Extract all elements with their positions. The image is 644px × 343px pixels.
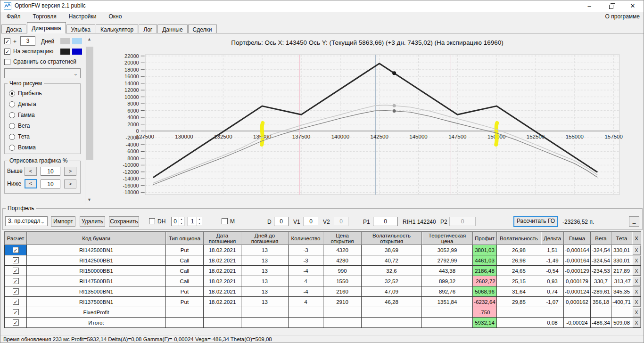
row-checkbox[interactable]: ✓ [13, 247, 19, 253]
column-header-12[interactable]: Гамма [564, 232, 591, 245]
radio-Вега[interactable] [9, 123, 15, 129]
about-menu-item[interactable]: О программе [605, 13, 640, 20]
row-calc-checkbox-cell[interactable]: ✓ [5, 276, 27, 286]
column-header-10[interactable]: Волатильность [497, 232, 541, 245]
days-checkbox[interactable]: ✓ [4, 38, 10, 44]
portfolio-chart[interactable]: 2200020000180001600014000120001000080006… [95, 34, 644, 205]
column-header-2[interactable]: Тип опциона [166, 232, 204, 245]
compare-strategy-checkbox[interactable] [4, 59, 10, 65]
spin2-stepper[interactable]: 1 ▲▼ [188, 217, 202, 226]
days-current-color-swatch[interactable] [60, 38, 70, 44]
column-header-9[interactable]: Профит [473, 232, 497, 245]
radio-Тета[interactable] [9, 134, 15, 140]
radio-Дельта[interactable] [9, 101, 15, 107]
m-checkbox[interactable] [222, 218, 228, 224]
column-header-0[interactable]: Расчет [5, 232, 27, 245]
column-header-8[interactable]: Теоретическая цена [422, 232, 473, 245]
cell-days [241, 307, 289, 318]
stepper-arrows-icon[interactable]: ▲▼ [197, 217, 202, 226]
menu-item-settings[interactable]: Настройки [63, 12, 103, 21]
calc-margin-button[interactable]: Рассчитать ГО [513, 216, 558, 227]
above-decrease-button[interactable]: < [25, 167, 37, 176]
scroll-down-icon[interactable]: ▼ [85, 196, 93, 204]
row-checkbox[interactable]: ✓ [13, 299, 19, 305]
d-input[interactable] [274, 217, 289, 226]
radio-Прибыль[interactable] [9, 90, 15, 97]
column-header-4[interactable]: Дней до погашения [241, 232, 289, 245]
v1-input[interactable] [304, 217, 318, 226]
row-checkbox[interactable]: ✓ [13, 288, 19, 294]
spin1-stepper[interactable]: 0 ▲▼ [171, 217, 184, 226]
cell-theor [422, 307, 473, 318]
row-delete-button[interactable]: X [632, 297, 641, 307]
row-checkbox[interactable]: ✓ [13, 319, 19, 326]
cell-theta: -400,71 [611, 297, 632, 307]
tab-diagram[interactable]: Диаграмма [27, 22, 66, 33]
menu-item-file[interactable]: Файл [0, 12, 27, 21]
expiry-shifted-color-swatch[interactable] [72, 49, 82, 55]
save-button[interactable]: Сохранить [109, 216, 139, 227]
restore-button[interactable] [600, 0, 622, 12]
below-percent-input[interactable] [41, 180, 60, 188]
below-increase-button[interactable]: > [64, 180, 76, 188]
row-delete-button[interactable]: X [632, 276, 641, 286]
p1-input[interactable] [373, 217, 398, 226]
column-header-15[interactable]: X [632, 232, 641, 245]
strategy-dropdown[interactable]: ⌄ [4, 68, 81, 78]
row-checkbox[interactable]: ✓ [13, 309, 19, 315]
row-checkbox[interactable]: ✓ [13, 278, 19, 284]
column-header-13[interactable]: Вега [591, 232, 611, 245]
dh-checkbox[interactable] [149, 218, 155, 224]
menu-item-window[interactable]: Окно [103, 12, 128, 21]
collapse-button[interactable]: _ [629, 216, 639, 227]
row-calc-checkbox-cell[interactable]: ✓ [5, 286, 27, 297]
above-percent-input[interactable] [41, 167, 60, 176]
row-delete-button[interactable]: X [632, 266, 641, 276]
row-checkbox[interactable]: ✓ [13, 257, 19, 263]
row-calc-checkbox-cell[interactable]: ✓ [5, 255, 27, 266]
row-calc-checkbox-cell[interactable]: ✓ [5, 318, 27, 328]
radio-Вомма[interactable] [9, 145, 15, 151]
expiry-current-color-swatch[interactable] [60, 49, 70, 55]
column-header-5[interactable]: Количество [289, 232, 323, 245]
row-delete-button[interactable]: X [632, 307, 641, 318]
row-calc-checkbox-cell[interactable]: ✓ [5, 297, 27, 307]
row-calc-checkbox-cell[interactable]: ✓ [5, 307, 27, 318]
delete-button[interactable]: Удалить [80, 216, 105, 227]
sidebar-scrollbar[interactable]: ▲ ▼ [85, 35, 93, 204]
cell-days: 13 [241, 266, 289, 276]
cell-open: 4320 [323, 245, 362, 255]
column-header-11[interactable]: Дельта [541, 232, 564, 245]
column-header-7[interactable]: Волатильность открытия [362, 232, 422, 245]
sidebar-scrollbar-thumb[interactable] [86, 47, 93, 160]
expiry-checkbox[interactable]: ✓ [4, 49, 10, 55]
stepper-arrows-icon[interactable]: ▲▼ [179, 217, 184, 226]
plot-area[interactable] [145, 55, 619, 195]
below-decrease-button[interactable]: < [25, 179, 37, 188]
row-calc-checkbox-cell[interactable]: ✓ [5, 245, 27, 255]
days-shifted-color-swatch[interactable] [72, 38, 82, 44]
days-input[interactable] [20, 36, 35, 46]
row-delete-button[interactable]: X [632, 245, 641, 255]
minimize-button[interactable]: – [578, 0, 600, 12]
portfolio-preset-dropdown[interactable]: 3. пр.стредл ⌄ [5, 216, 48, 226]
menu-item-trading[interactable]: Торговля [27, 12, 63, 21]
row-checkbox[interactable]: ✓ [13, 268, 19, 274]
column-header-3[interactable]: Дата погашения [204, 232, 241, 245]
radio-Гамма[interactable] [9, 112, 15, 118]
row-delete-button[interactable]: X [632, 255, 641, 266]
row-calc-checkbox-cell[interactable]: ✓ [5, 266, 27, 276]
close-button[interactable]: ✕ [622, 0, 644, 12]
cell-open_vol: 32,52 [362, 276, 422, 286]
column-header-1[interactable]: Код бумаги [27, 232, 166, 245]
column-header-6[interactable]: Цена открытия [323, 232, 362, 245]
import-button[interactable]: Импорт [51, 216, 75, 227]
highlighter-mark [496, 123, 497, 145]
x-tick-label: 130000 [175, 134, 193, 139]
row-delete-button[interactable]: X [632, 318, 641, 328]
column-header-14[interactable]: Тета [611, 232, 632, 245]
above-label: Выше [7, 168, 23, 174]
scroll-up-icon[interactable]: ▲ [85, 35, 93, 43]
above-increase-button[interactable]: > [64, 167, 76, 176]
row-delete-button[interactable]: X [632, 286, 641, 297]
